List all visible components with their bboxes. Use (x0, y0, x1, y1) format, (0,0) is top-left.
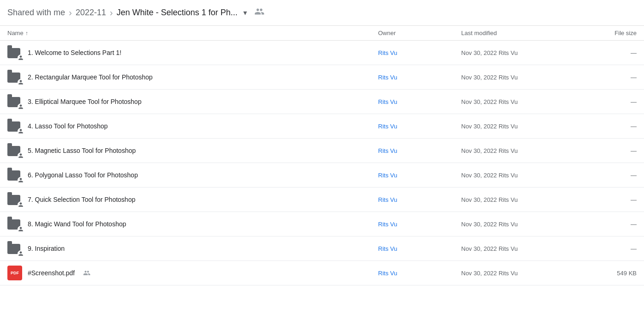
cell-name: 6. Polygonal Lasso Tool for Photoshop (7, 168, 378, 182)
item-name: #Screenshot.pdf (28, 269, 75, 277)
breadcrumb: Shared with me › 2022-11 › Jen White - S… (0, 0, 644, 26)
table-row[interactable]: 3. Elliptical Marquee Tool for Photoshop… (0, 90, 644, 114)
cell-size: — (581, 74, 637, 81)
table-row[interactable]: 1. Welcome to Selections Part 1! Rits Vu… (0, 41, 644, 65)
folder-icon (7, 94, 22, 109)
item-name: 3. Elliptical Marquee Tool for Photoshop (28, 98, 141, 105)
pdf-icon: PDF (7, 266, 22, 280)
cell-size: — (581, 49, 637, 56)
folder-icon (7, 192, 22, 207)
breadcrumb-current-folder: Jen White - Selections 1 for Ph... (116, 8, 237, 18)
cell-size: — (581, 196, 637, 203)
folder-icon (7, 241, 22, 256)
cell-name: 9. Inspiration (7, 241, 378, 256)
cell-size: — (581, 147, 637, 154)
cell-modified: Nov 30, 2022 Rits Vu (461, 172, 581, 179)
folder-icon (7, 70, 22, 85)
breadcrumb-2022-11[interactable]: 2022-11 (76, 8, 106, 18)
cell-owner[interactable]: Rits Vu (378, 123, 461, 130)
cell-name: 5. Magnetic Lasso Tool for Photoshop (7, 143, 378, 158)
table-row[interactable]: PDF #Screenshot.pdf Rits Vu Nov 30, 2022… (0, 261, 644, 285)
cell-size: — (581, 123, 637, 130)
item-name: 2. Rectangular Marquee Tool for Photosho… (28, 73, 153, 81)
people-icon (254, 6, 265, 19)
item-name: 1. Welcome to Selections Part 1! (28, 49, 121, 56)
table-row[interactable]: 8. Magic Wand Tool for Photoshop Rits Vu… (0, 212, 644, 236)
cell-name: 1. Welcome to Selections Part 1! (7, 45, 378, 60)
folder-icon (7, 217, 22, 231)
folder-icon (7, 45, 22, 60)
cell-name: PDF #Screenshot.pdf (7, 266, 378, 280)
shared-icon (83, 269, 90, 277)
item-name: 7. Quick Selection Tool for Photoshop (28, 196, 135, 203)
cell-name: 7. Quick Selection Tool for Photoshop (7, 192, 378, 207)
header-last-modified: Last modified (461, 30, 581, 36)
folder-icon (7, 168, 22, 182)
cell-modified: Nov 30, 2022 Rits Vu (461, 196, 581, 203)
breadcrumb-sep-2: › (110, 7, 113, 18)
folder-icon (7, 143, 22, 158)
item-name: 8. Magic Wand Tool for Photoshop (28, 220, 126, 228)
cell-modified: Nov 30, 2022 Rits Vu (461, 74, 581, 81)
cell-modified: Nov 30, 2022 Rits Vu (461, 49, 581, 56)
table-row[interactable]: 9. Inspiration Rits Vu Nov 30, 2022 Rits… (0, 236, 644, 261)
header-owner: Owner (378, 30, 461, 36)
cell-owner[interactable]: Rits Vu (378, 172, 461, 179)
table-header: Name ↑ Owner Last modified File size (0, 26, 644, 41)
cell-size: — (581, 172, 637, 179)
header-name[interactable]: Name ↑ (7, 30, 378, 36)
cell-modified: Nov 30, 2022 Rits Vu (461, 270, 581, 277)
cell-modified: Nov 30, 2022 Rits Vu (461, 123, 581, 130)
cell-owner[interactable]: Rits Vu (378, 98, 461, 105)
cell-size: — (581, 245, 637, 252)
cell-name: 4. Lasso Tool for Photoshop (7, 119, 378, 133)
cell-name: 2. Rectangular Marquee Tool for Photosho… (7, 70, 378, 85)
item-name: 5. Magnetic Lasso Tool for Photoshop (28, 147, 136, 154)
cell-owner[interactable]: Rits Vu (378, 245, 461, 252)
table-row[interactable]: 2. Rectangular Marquee Tool for Photosho… (0, 65, 644, 90)
cell-modified: Nov 30, 2022 Rits Vu (461, 245, 581, 252)
dropdown-icon[interactable]: ▾ (243, 8, 247, 17)
breadcrumb-sep-1: › (69, 7, 72, 18)
cell-size: — (581, 221, 637, 228)
header-file-size: File size (581, 30, 637, 36)
cell-name: 3. Elliptical Marquee Tool for Photoshop (7, 94, 378, 109)
cell-size: 549 KB (581, 270, 637, 277)
item-name: 6. Polygonal Lasso Tool for Photoshop (28, 171, 138, 179)
cell-name: 8. Magic Wand Tool for Photoshop (7, 217, 378, 231)
breadcrumb-shared-with-me[interactable]: Shared with me (7, 8, 65, 18)
table-row[interactable]: 5. Magnetic Lasso Tool for Photoshop Rit… (0, 139, 644, 163)
cell-owner[interactable]: Rits Vu (378, 270, 461, 277)
cell-owner[interactable]: Rits Vu (378, 49, 461, 56)
cell-owner[interactable]: Rits Vu (378, 196, 461, 203)
cell-owner[interactable]: Rits Vu (378, 74, 461, 81)
sort-arrow: ↑ (25, 30, 28, 36)
table-row[interactable]: 4. Lasso Tool for Photoshop Rits Vu Nov … (0, 114, 644, 139)
item-name: 4. Lasso Tool for Photoshop (28, 122, 108, 130)
folder-icon (7, 119, 22, 133)
table-row[interactable]: 7. Quick Selection Tool for Photoshop Ri… (0, 188, 644, 212)
cell-modified: Nov 30, 2022 Rits Vu (461, 98, 581, 105)
cell-owner[interactable]: Rits Vu (378, 221, 461, 228)
item-name: 9. Inspiration (28, 245, 65, 252)
cell-size: — (581, 98, 637, 105)
cell-modified: Nov 30, 2022 Rits Vu (461, 147, 581, 154)
cell-owner[interactable]: Rits Vu (378, 147, 461, 154)
cell-modified: Nov 30, 2022 Rits Vu (461, 221, 581, 228)
table-row[interactable]: 6. Polygonal Lasso Tool for Photoshop Ri… (0, 163, 644, 188)
table-body: 1. Welcome to Selections Part 1! Rits Vu… (0, 41, 644, 285)
